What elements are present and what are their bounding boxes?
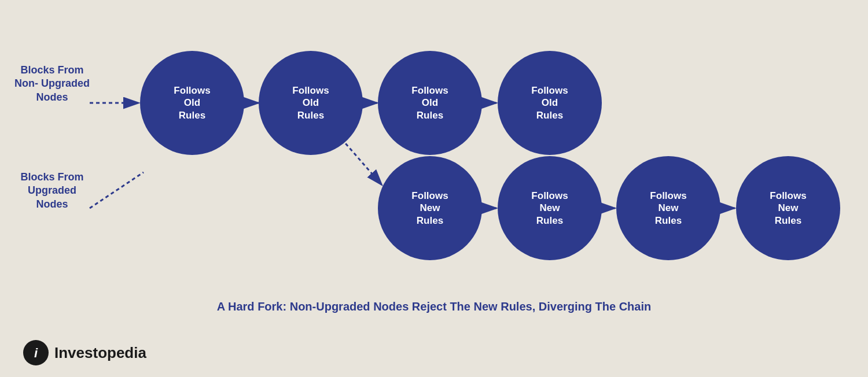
node-bottom-1: FollowsNewRules [378, 156, 482, 260]
node-bottom-3: FollowsNewRules [616, 156, 720, 260]
node-top-2: FollowsOldRules [259, 51, 363, 155]
logo-area: i Investopedia [23, 340, 146, 365]
node-top-1: FollowsOldRules [140, 51, 244, 155]
node-bottom-2: FollowsNewRules [498, 156, 602, 260]
caption: A Hard Fork: Non-Upgraded Nodes Reject T… [217, 300, 651, 313]
node-top-4: FollowsOldRules [498, 51, 602, 155]
node-bottom-4: FollowsNewRules [736, 156, 840, 260]
node-top-3: FollowsOldRules [378, 51, 482, 155]
svg-text:i: i [34, 346, 38, 360]
label-top-left: Blocks From Non- Upgraded Nodes [12, 64, 93, 104]
diagram-container: Blocks From Non- Upgraded Nodes Blocks F… [0, 0, 868, 377]
investopedia-logo-icon: i [23, 340, 49, 365]
logo-name: Investopedia [54, 344, 146, 362]
svg-line-9 [341, 139, 382, 185]
label-bottom-left: Blocks From Upgraded Nodes [12, 171, 93, 211]
svg-line-8 [90, 172, 144, 208]
